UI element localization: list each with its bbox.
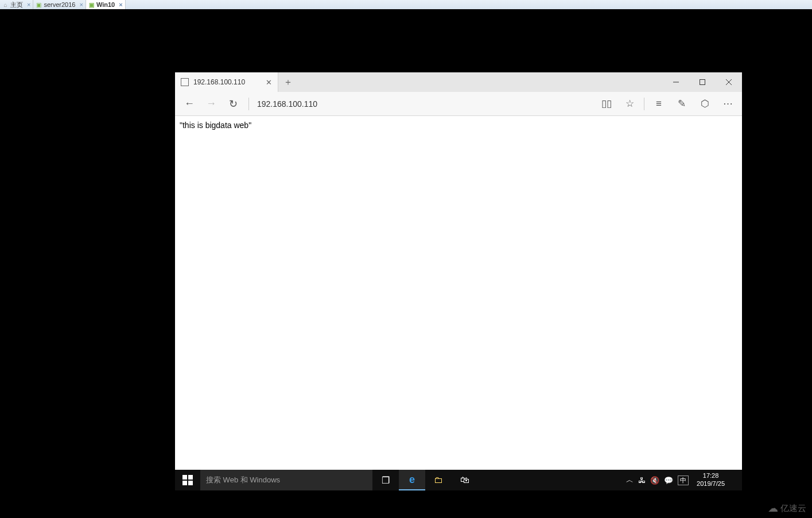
close-icon <box>726 79 732 85</box>
maximize-icon <box>700 79 705 85</box>
volume-button[interactable]: 🔇 <box>650 476 659 485</box>
page-favicon-icon <box>181 78 189 86</box>
cloud-icon: ☁ <box>768 502 778 515</box>
favorite-button[interactable]: ☆ <box>619 93 640 115</box>
browser-tab-bar: 192.168.100.110 ✕ ＋ <box>175 72 742 92</box>
browser-toolbar: ← → ↻ ▯▯ ☆ ≡ <box>175 92 742 116</box>
vm-icon: ▣ <box>88 2 95 8</box>
windows-taskbar: 搜索 Web 和 Windows ❐ e 🗀 🛍 ︿ 🖧 � <box>175 470 742 490</box>
task-view-button[interactable]: ❐ <box>372 470 399 490</box>
refresh-icon: ↻ <box>229 98 238 110</box>
search-placeholder: 搜索 Web 和 Windows <box>206 475 280 485</box>
start-button[interactable] <box>175 470 200 490</box>
taskbar-app-explorer[interactable]: 🗀 <box>425 470 452 490</box>
store-icon: 🛍 <box>460 475 469 485</box>
vm-tab-label: Win10 <box>96 1 115 8</box>
address-bar[interactable] <box>254 92 596 115</box>
action-center-button[interactable]: 💬 <box>664 476 673 485</box>
svg-rect-1 <box>700 80 705 85</box>
show-desktop-button[interactable] <box>733 470 739 490</box>
notification-icon: 💬 <box>664 476 673 485</box>
network-button[interactable]: 🖧 <box>638 476 646 485</box>
task-view-icon: ❐ <box>382 475 390 486</box>
browser-tab[interactable]: 192.168.100.110 ✕ <box>175 72 278 92</box>
url-input[interactable] <box>257 99 592 109</box>
ime-button[interactable]: 中 <box>678 476 689 485</box>
book-icon: ▯▯ <box>601 98 612 110</box>
folder-icon: 🗀 <box>434 475 443 485</box>
reading-view-button[interactable]: ▯▯ <box>596 93 617 115</box>
hub-button[interactable]: ≡ <box>648 93 670 115</box>
tray-overflow-button[interactable]: ︿ <box>626 475 634 485</box>
taskbar-app-area: ❐ e 🗀 🛍 <box>372 470 478 490</box>
taskbar-clock[interactable]: 17:28 2019/7/25 <box>693 472 728 488</box>
vm-tab-label: server2016 <box>44 1 75 8</box>
edge-icon: e <box>409 474 415 486</box>
taskbar-app-store[interactable]: 🛍 <box>452 470 478 490</box>
network-icon: 🖧 <box>638 476 646 485</box>
forward-button[interactable]: → <box>200 93 222 115</box>
watermark: ☁ 亿速云 <box>768 502 806 515</box>
more-button[interactable]: ⋯ <box>717 93 739 115</box>
taskbar-app-edge[interactable]: e <box>399 470 425 490</box>
vm-tab-win10[interactable]: ▣ Win10 × <box>86 0 126 9</box>
arrow-left-icon: ← <box>184 98 195 110</box>
close-icon[interactable]: × <box>25 1 30 8</box>
plus-icon: ＋ <box>283 76 293 88</box>
home-icon: ⌂ <box>2 2 9 8</box>
share-icon: ⬡ <box>701 98 709 110</box>
vm-host-tab-bar: ⌂ 主页 × ▣ server2016 × ▣ Win10 × <box>0 0 812 9</box>
minimize-button[interactable] <box>663 72 689 92</box>
vm-tab-label: 主页 <box>10 1 23 9</box>
vm-icon: ▣ <box>36 2 42 8</box>
close-icon[interactable]: × <box>77 1 83 8</box>
page-content: "this is bigdata web" <box>175 116 742 479</box>
vm-desktop: 192.168.100.110 ✕ ＋ ← <box>0 9 812 518</box>
new-tab-button[interactable]: ＋ <box>278 72 298 92</box>
back-button[interactable]: ← <box>178 93 200 115</box>
arrow-right-icon: → <box>206 98 216 110</box>
ellipsis-icon: ⋯ <box>723 98 733 110</box>
ime-label: 中 <box>680 477 686 484</box>
close-window-button[interactable] <box>716 72 742 92</box>
lines-icon: ≡ <box>656 98 662 110</box>
separator <box>248 98 249 110</box>
close-tab-icon[interactable]: ✕ <box>266 78 272 87</box>
page-body-text: "this is bigdata web" <box>180 121 251 130</box>
vm-tab-server2016[interactable]: ▣ server2016 × <box>33 0 86 9</box>
pen-icon: ✎ <box>678 98 686 110</box>
vm-tab-home[interactable]: ⌂ 主页 × <box>0 0 33 9</box>
share-button[interactable]: ⬡ <box>694 93 716 115</box>
minimize-icon <box>673 79 679 85</box>
taskbar-search-input[interactable]: 搜索 Web 和 Windows <box>200 470 372 490</box>
chevron-up-icon: ︿ <box>626 476 634 484</box>
clock-date: 2019/7/25 <box>697 480 725 488</box>
notes-button[interactable]: ✎ <box>671 93 693 115</box>
edge-browser-window: 192.168.100.110 ✕ ＋ ← <box>175 72 742 479</box>
system-tray: ︿ 🖧 🔇 💬 中 17:28 2019/7/25 <box>623 470 742 490</box>
close-icon[interactable]: × <box>116 1 122 8</box>
clock-time: 17:28 <box>697 472 725 480</box>
window-controls <box>663 72 742 92</box>
refresh-button[interactable]: ↻ <box>222 93 244 115</box>
browser-tab-title: 192.168.100.110 <box>193 78 245 86</box>
volume-muted-icon: 🔇 <box>650 476 659 485</box>
watermark-text: 亿速云 <box>780 503 806 514</box>
toolbar-actions: ▯▯ ☆ ≡ ✎ ⬡ ⋯ <box>596 93 739 115</box>
windows-logo-icon <box>182 475 193 485</box>
maximize-button[interactable] <box>689 72 716 92</box>
star-icon: ☆ <box>625 98 634 110</box>
separator <box>644 98 644 110</box>
